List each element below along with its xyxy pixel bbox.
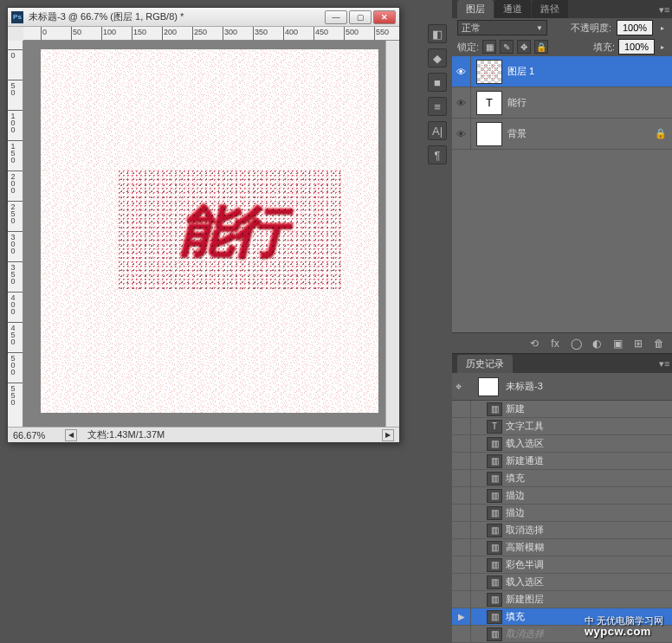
layers-footer-icon[interactable]: ▣ — [610, 336, 625, 351]
layer-thumb[interactable] — [476, 60, 502, 84]
history-step[interactable]: ▥彩色半调 — [452, 556, 672, 574]
history-brush-well[interactable] — [452, 401, 471, 417]
opacity-label: 不透明度: — [571, 22, 611, 35]
fill-dropdown-icon[interactable]: ▸ — [658, 43, 667, 51]
history-brush-well[interactable] — [452, 470, 471, 486]
layer-thumb[interactable] — [476, 122, 502, 146]
layers-footer-icon[interactable]: ⊞ — [630, 336, 646, 351]
history-brush-well[interactable] — [452, 487, 471, 504]
layer-name[interactable]: 能行 — [507, 96, 655, 109]
opacity-input[interactable]: 100% — [617, 20, 653, 35]
history-panel: 历史记录 ▾≡ ⌖ 未标题-3 ▥新建T文字工具▥载入选区▥新建通道▥填充▥描边… — [452, 354, 672, 643]
lock-pixels-icon[interactable]: ✎ — [500, 40, 514, 54]
history-step[interactable]: ▥高斯模糊 — [452, 539, 672, 556]
lock-position-icon[interactable]: ✥ — [517, 40, 531, 54]
history-step[interactable]: ▶▥填充 — [452, 608, 672, 626]
history-brush-source-icon[interactable]: ⌖ — [456, 380, 471, 394]
collapsed-panel-icon[interactable]: ◧ — [428, 24, 447, 43]
layers-footer-icon[interactable]: ⟲ — [527, 336, 542, 351]
history-brush-well[interactable] — [452, 418, 471, 434]
status-arrow-right-icon[interactable]: ▶ — [382, 429, 394, 441]
history-step[interactable]: ▥载入选区 — [452, 574, 672, 591]
history-step-icon: ▥ — [487, 454, 502, 468]
minimize-button[interactable]: — — [325, 10, 347, 24]
history-step-icon: ▥ — [487, 506, 502, 520]
layer-visibility-icon[interactable]: 👁 — [452, 119, 471, 149]
layers-footer-icon[interactable]: fx — [547, 336, 563, 351]
status-arrow-left-icon[interactable]: ◀ — [65, 429, 77, 441]
history-brush-well[interactable] — [452, 539, 471, 556]
layers-footer-icon[interactable]: 🗑 — [651, 336, 667, 351]
vertical-scrollbar[interactable] — [385, 41, 399, 427]
blend-opacity-row: 正常 ▼ 不透明度: 100% ▸ — [452, 18, 672, 37]
close-button[interactable]: ✕ — [373, 10, 396, 24]
history-step[interactable]: ▥新建通道 — [452, 453, 672, 470]
history-step-icon: ▥ — [487, 593, 502, 607]
canvas[interactable]: 能行 — [41, 49, 378, 413]
history-step-name: 新建图层 — [506, 593, 544, 606]
layers-footer: ⟲fx◯◐▣⊞🗑 — [452, 332, 672, 353]
history-step[interactable]: T文字工具 — [452, 418, 672, 435]
layer-thumb[interactable]: T — [476, 91, 502, 115]
history-brush-well[interactable] — [452, 522, 471, 538]
layer-row[interactable]: 👁背景🔒 — [452, 119, 672, 150]
lock-fill-row: 锁定: ▦ ✎ ✥ 🔒 填充: 100% ▸ — [452, 37, 672, 56]
layers-footer-icon[interactable]: ◯ — [568, 336, 584, 351]
collapsed-panel-icon[interactable]: A| — [428, 121, 447, 140]
history-step[interactable]: ▥取消选择 — [452, 522, 672, 539]
tab-history[interactable]: 历史记录 — [457, 355, 513, 373]
layer-visibility-icon[interactable]: 👁 — [452, 56, 471, 87]
history-step[interactable]: ▥描边 — [452, 505, 672, 522]
history-step[interactable]: ▥描边 — [452, 487, 672, 505]
layer-row[interactable]: 👁图层 1 — [452, 56, 672, 87]
vertical-ruler[interactable]: 050100150200250300350400450500550 — [8, 41, 23, 427]
history-brush-well[interactable] — [452, 435, 471, 452]
history-step-name: 描边 — [506, 489, 525, 502]
tab-channels[interactable]: 通道 — [494, 0, 531, 18]
layers-footer-icon[interactable]: ◐ — [589, 336, 604, 351]
tab-paths[interactable]: 路径 — [532, 0, 568, 18]
history-brush-well[interactable] — [452, 556, 471, 573]
opacity-dropdown-icon[interactable]: ▸ — [658, 24, 667, 32]
history-brush-well[interactable] — [452, 505, 471, 521]
layers-panel: 正常 ▼ 不透明度: 100% ▸ 锁定: ▦ ✎ ✥ 🔒 填充: 100% ▸… — [452, 18, 672, 354]
layer-row[interactable]: 👁T能行 — [452, 87, 672, 119]
history-step-name: 彩色半调 — [506, 558, 544, 571]
collapsed-panel-icon[interactable]: ≡ — [428, 97, 447, 116]
maximize-button[interactable]: ▢ — [349, 10, 372, 24]
history-brush-well[interactable] — [452, 453, 471, 469]
halftone-overlay — [119, 170, 344, 292]
history-brush-well[interactable] — [452, 626, 471, 642]
history-step-icon: ▥ — [487, 489, 502, 503]
history-step[interactable]: ▥新建 — [452, 401, 672, 418]
layer-name[interactable]: 图层 1 — [507, 65, 655, 78]
app-icon: Ps — [11, 11, 23, 23]
layer-visibility-icon[interactable]: 👁 — [452, 87, 471, 118]
history-brush-well[interactable] — [452, 591, 471, 608]
history-step-icon: ▥ — [487, 541, 502, 555]
history-brush-well[interactable] — [452, 574, 471, 590]
panel-menu-icon[interactable]: ▾≡ — [656, 2, 672, 18]
lock-all-icon[interactable]: 🔒 — [534, 40, 548, 54]
blend-mode-dropdown[interactable]: 正常 ▼ — [457, 20, 547, 35]
collapsed-panel-icon[interactable]: ¶ — [428, 145, 447, 164]
history-step[interactable]: ▥新建图层 — [452, 591, 672, 608]
document-titlebar[interactable]: Ps 未标题-3 @ 66.7% (图层 1, RGB/8) * — ▢ ✕ — [8, 8, 399, 27]
history-brush-well[interactable]: ▶ — [452, 608, 471, 625]
history-step-icon: ▥ — [487, 575, 502, 589]
collapsed-panel-icon[interactable]: ◆ — [428, 48, 447, 68]
tab-layers[interactable]: 图层 — [457, 0, 494, 18]
zoom-level[interactable]: 66.67% — [13, 430, 55, 440]
horizontal-ruler[interactable]: 050100150200250300350400450500550 — [23, 27, 399, 41]
history-step-icon: ▥ — [487, 610, 502, 624]
history-snapshot[interactable]: ⌖ 未标题-3 — [452, 373, 672, 401]
history-step[interactable]: ▥填充 — [452, 470, 672, 487]
layer-name[interactable]: 背景 — [507, 127, 655, 140]
lock-transparency-icon[interactable]: ▦ — [482, 40, 496, 54]
collapsed-panel-icon[interactable]: ■ — [428, 73, 447, 92]
history-step[interactable]: ▥取消选择 — [452, 626, 672, 643]
history-menu-icon[interactable]: ▾≡ — [656, 356, 672, 372]
history-step[interactable]: ▥载入选区 — [452, 435, 672, 453]
canvas-viewport[interactable]: 能行 — [23, 41, 385, 427]
fill-input[interactable]: 100% — [618, 39, 655, 55]
